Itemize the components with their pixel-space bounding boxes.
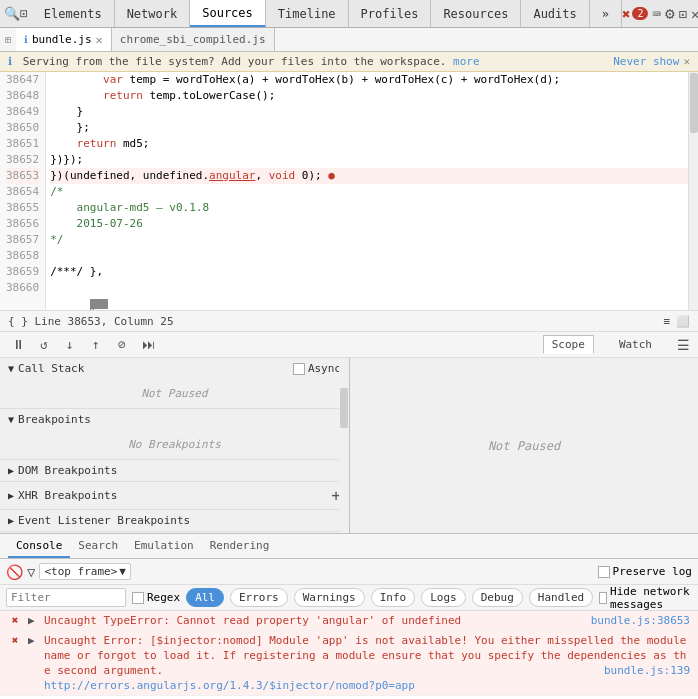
right-panel: Not Paused (350, 358, 698, 533)
regex-checkbox[interactable] (132, 592, 144, 604)
step-out-btn[interactable]: ⊘ (112, 337, 132, 352)
async-checkbox-group[interactable]: Async (293, 362, 341, 375)
file-tab-chrome-sbi[interactable]: chrome_sbi_compiled.js (112, 28, 275, 51)
line-num-38648: 38648 (6, 88, 39, 104)
tab-network[interactable]: Network (115, 0, 191, 27)
tab-more[interactable]: » (590, 0, 622, 27)
tab-elements[interactable]: Elements (32, 0, 115, 27)
event-bp-arrow: ▶ (8, 515, 14, 526)
call-stack-header[interactable]: ▼ Call Stack Async (0, 358, 349, 379)
filter-toggle-btn[interactable]: ▽ (27, 564, 35, 580)
step-into-btn[interactable]: ↑ (86, 337, 106, 352)
breakpoints-header[interactable]: ▼ Breakpoints (0, 409, 349, 430)
console-toolbar: 🚫 ▽ <top frame> ▼ Preserve log (0, 559, 698, 585)
console-output: ✖ ▶ Uncaught TypeError: Cannot read prop… (0, 611, 698, 699)
event-breakpoints-header[interactable]: ▶ Event Listener Breakpoints (0, 510, 349, 531)
inspect-icon[interactable]: 🔍 (4, 5, 20, 23)
file-tab-close-bundle[interactable]: ✕ (96, 34, 103, 46)
never-show-control[interactable]: Never show ✕ (613, 55, 690, 68)
info-more-link[interactable]: more (453, 55, 480, 68)
filetab-icon: ⊞ (5, 34, 11, 45)
close-icon[interactable]: ✕ (691, 6, 698, 22)
error-x-icon: ✖ (622, 6, 630, 22)
regex-check-group[interactable]: Regex (132, 591, 180, 604)
console-tab-rendering[interactable]: Rendering (202, 534, 278, 558)
never-show-label: Never show (613, 55, 679, 68)
error-count: 2 (632, 7, 648, 20)
tab-profiles[interactable]: Profiles (349, 0, 432, 27)
code-line-38652: })}); (50, 152, 698, 168)
line-num-38659: 38659 (6, 264, 39, 280)
info-bar-message: ℹ Serving from the file system? Add your… (8, 55, 480, 68)
line-num-38660: 38660 (6, 280, 39, 296)
never-show-close[interactable]: ✕ (683, 55, 690, 68)
terminal-icon[interactable]: ⌨ (652, 6, 660, 22)
regex-label: Regex (147, 591, 180, 604)
async-checkbox[interactable] (293, 363, 305, 375)
hamburger-icon[interactable]: ☰ (677, 337, 690, 353)
format-icon[interactable]: ≡ (663, 315, 670, 328)
console-tab-console[interactable]: Console (8, 534, 70, 558)
entry-text-0: Uncaught TypeError: Cannot read property… (44, 613, 690, 628)
filter-debug-btn[interactable]: Debug (472, 588, 523, 607)
pause-btn[interactable]: ⏸ (8, 337, 28, 352)
gear-icon[interactable]: ⚙ (665, 4, 675, 23)
expand-btn-1[interactable]: ▶ (28, 634, 38, 647)
scope-tab-scope[interactable]: Scope (543, 335, 594, 354)
console-tab-search[interactable]: Search (70, 534, 126, 558)
tab-timeline[interactable]: Timeline (266, 0, 349, 27)
entry-link-1[interactable]: bundle.js:139 (604, 663, 690, 678)
hide-network-checkbox[interactable] (599, 592, 607, 604)
expand-icon[interactable]: ⊡ (679, 6, 687, 22)
entry-sub-link-1[interactable]: http://errors.angularjs.org/1.4.3/$injec… (44, 679, 415, 692)
status-text: { } Line 38653, Column 25 (8, 315, 174, 328)
bottom-panels: ▼ Call Stack Async Not Paused ▼ Breakpoi… (0, 358, 698, 533)
line-num-38650: 38650 (6, 120, 39, 136)
code-line-38649: } (50, 104, 698, 120)
resume-btn[interactable]: ↺ (34, 337, 54, 352)
filter-all-btn[interactable]: All (186, 588, 224, 607)
step-over-btn[interactable]: ↓ (60, 337, 80, 352)
preserve-log-checkbox[interactable] (598, 566, 610, 578)
tab-resources[interactable]: Resources (431, 0, 521, 27)
status-right: ≡ ⬜ (663, 315, 690, 328)
xhr-breakpoints-header[interactable]: ▶ XHR Breakpoints + (0, 482, 349, 509)
right-panel-not-paused: Not Paused (488, 439, 560, 453)
entry-link-0[interactable]: bundle.js:38653 (591, 613, 690, 628)
tab-sources[interactable]: Sources (190, 0, 266, 27)
deactivate-btn[interactable]: ⏭ (138, 337, 158, 352)
event-bp-title: Event Listener Breakpoints (18, 514, 190, 527)
dom-breakpoints-section: ▶ DOM Breakpoints (0, 460, 349, 482)
code-line-38653: })(undefined, undefined.angular, void 0)… (50, 168, 698, 184)
hide-network-group[interactable]: Hide network messages (599, 585, 692, 611)
code-line-38655: angular-md5 – v0.1.8 (50, 200, 698, 216)
code-scrollbar[interactable] (688, 72, 698, 310)
left-panel-scrollbar[interactable] (339, 358, 349, 533)
devtools-toolbar: 🔍 ⊡ Elements Network Sources Timeline Pr… (0, 0, 698, 28)
filter-warnings-btn[interactable]: Warnings (294, 588, 365, 607)
filter-info-btn[interactable]: Info (371, 588, 416, 607)
filter-errors-btn[interactable]: Errors (230, 588, 288, 607)
dom-breakpoints-header[interactable]: ▶ DOM Breakpoints (0, 460, 349, 481)
frame-arrow-icon: ▼ (119, 565, 126, 578)
expand-btn-0[interactable]: ▶ (28, 614, 38, 627)
filter-logs-btn[interactable]: Logs (421, 588, 466, 607)
code-line-38651: return md5; (50, 136, 698, 152)
xhr-bp-title: XHR Breakpoints (18, 489, 117, 502)
expand-panel-icon[interactable]: ⬜ (676, 315, 690, 328)
frame-selector[interactable]: <top frame> ▼ (39, 563, 130, 580)
info-icon: ℹ (8, 55, 12, 68)
preserve-log-group[interactable]: Preserve log (598, 565, 692, 578)
line-numbers: 38647 38648 38649 38650 38651 38652 3865… (0, 72, 46, 310)
filter-handled-btn[interactable]: Handled (529, 588, 593, 607)
console-tab-emulation[interactable]: Emulation (126, 534, 202, 558)
clear-console-btn[interactable]: 🚫 (6, 564, 23, 580)
device-icon[interactable]: ⊡ (20, 5, 28, 23)
scope-tab-watch[interactable]: Watch (610, 335, 661, 354)
filter-input[interactable] (6, 588, 126, 607)
tab-audits[interactable]: Audits (521, 0, 589, 27)
file-tab-bundle[interactable]: ℹ bundle.js ✕ (16, 28, 112, 51)
error-indicator[interactable]: ✖ 2 (622, 6, 648, 22)
code-content[interactable]: var temp = wordToHex(a) + wordToHex(b) +… (46, 72, 698, 310)
call-stack-title: Call Stack (18, 362, 84, 375)
